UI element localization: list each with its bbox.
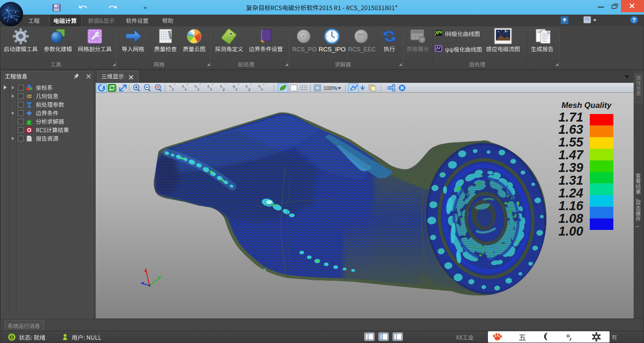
svg-text:1.16: 1.16 [558,199,584,213]
svg-text:x: x [210,88,212,91]
svg-text:x: x [236,88,238,91]
svg-text:100%: 100% [323,85,337,91]
svg-text:x: x [195,84,197,88]
svg-text:1.39: 1.39 [558,161,583,175]
svg-text:x: x [185,88,187,91]
svg-text:z: z [198,88,199,91]
svg-text:1.31: 1.31 [558,173,583,188]
svg-text:v: v [261,88,263,91]
svg-text:x: x [169,84,171,88]
svg-text:1.71: 1.71 [558,110,583,124]
svg-text:y: y [233,84,235,88]
svg-text:1.55: 1.55 [558,135,584,149]
svg-text:?: ? [632,17,636,24]
svg-text:z: z [246,84,248,88]
svg-text:z: z [182,84,184,88]
svg-text:Mesh Quality: Mesh Quality [561,101,612,110]
svg-text:1.63: 1.63 [558,122,583,137]
svg-text:y: y [223,88,225,91]
svg-text:y: y [248,88,250,91]
svg-text:1.00: 1.00 [558,224,583,238]
svg-text:1.08: 1.08 [558,212,583,226]
svg-text:1.47: 1.47 [558,148,584,162]
svg-text:x: x [258,84,260,88]
svg-text:z: z [220,84,222,88]
svg-text:1.24: 1.24 [558,186,583,200]
svg-text:z: z [207,84,209,88]
svg-text:z: z [172,88,174,91]
